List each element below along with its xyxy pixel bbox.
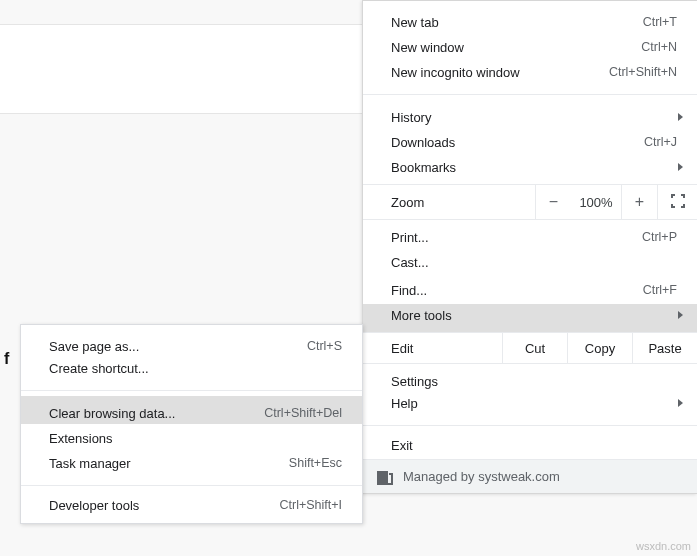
menu-more-tools[interactable]: More tools [363, 304, 697, 332]
edit-label: Edit [363, 341, 502, 356]
menu-shortcut: Ctrl+Shift+I [279, 498, 342, 512]
menu-shortcut: Ctrl+P [642, 230, 677, 244]
submenu-developer-tools[interactable]: Developer tools Ctrl+Shift+I [21, 491, 362, 519]
menu-shortcut: Ctrl+Shift+Del [264, 406, 342, 420]
submenu-clear-browsing-data[interactable]: Clear browsing data... Ctrl+Shift+Del [21, 396, 362, 424]
menu-divider [21, 485, 362, 486]
menu-label: New tab [391, 15, 643, 30]
menu-exit[interactable]: Exit [363, 431, 697, 459]
menu-label: Bookmarks [391, 160, 677, 175]
menu-print[interactable]: Print... Ctrl+P [363, 220, 697, 248]
menu-label: Save page as... [49, 339, 307, 354]
zoom-out-button[interactable]: − [535, 184, 571, 220]
menu-label: Settings [391, 374, 677, 389]
menu-new-window[interactable]: New window Ctrl+N [363, 33, 697, 61]
managed-label: Managed by systweak.com [403, 469, 560, 484]
menu-managed-by[interactable]: Managed by systweak.com [363, 459, 697, 493]
menu-label: Downloads [391, 135, 644, 150]
submenu-task-manager[interactable]: Task manager Shift+Esc [21, 452, 362, 480]
menu-shortcut: Ctrl+J [644, 135, 677, 149]
background-letter: f [4, 350, 9, 368]
zoom-in-button[interactable]: + [621, 184, 657, 220]
chevron-right-icon [678, 163, 683, 171]
menu-divider [363, 94, 697, 95]
menu-zoom-row: Zoom − 100% + [363, 184, 697, 220]
chevron-right-icon [678, 113, 683, 121]
submenu-save-page[interactable]: Save page as... Ctrl+S [21, 329, 362, 357]
menu-shortcut: Ctrl+N [641, 40, 677, 54]
menu-history[interactable]: History [363, 100, 697, 128]
menu-label: More tools [391, 308, 677, 323]
menu-shortcut: Ctrl+T [643, 15, 677, 29]
menu-label: New window [391, 40, 641, 55]
menu-label: Exit [391, 438, 677, 453]
menu-label: Task manager [49, 456, 289, 471]
menu-label: Cast... [391, 255, 677, 270]
menu-label: Create shortcut... [49, 361, 342, 376]
plus-icon: + [635, 193, 644, 211]
cut-button[interactable]: Cut [502, 332, 567, 364]
menu-bookmarks[interactable]: Bookmarks [363, 156, 697, 184]
menu-new-incognito[interactable]: New incognito window Ctrl+Shift+N [363, 61, 697, 89]
menu-shortcut: Ctrl+F [643, 283, 677, 297]
menu-divider [363, 425, 697, 426]
menu-cast[interactable]: Cast... [363, 248, 697, 276]
menu-label: History [391, 110, 677, 125]
submenu-extensions[interactable]: Extensions [21, 424, 362, 452]
menu-label: Extensions [49, 431, 342, 446]
copy-button[interactable]: Copy [567, 332, 632, 364]
chevron-right-icon [678, 399, 683, 407]
menu-shortcut: Ctrl+Shift+N [609, 65, 677, 79]
building-icon [377, 469, 393, 485]
menu-edit-row: Edit Cut Copy Paste [363, 332, 697, 364]
more-tools-submenu: Save page as... Ctrl+S Create shortcut..… [20, 324, 363, 524]
chevron-right-icon [678, 311, 683, 319]
fullscreen-button[interactable] [657, 184, 697, 220]
menu-divider [21, 390, 362, 391]
menu-label: New incognito window [391, 65, 609, 80]
menu-help[interactable]: Help [363, 392, 697, 420]
minus-icon: − [549, 193, 558, 211]
background-content-strip [0, 24, 364, 114]
menu-find[interactable]: Find... Ctrl+F [363, 276, 697, 304]
menu-label: Print... [391, 230, 642, 245]
watermark: wsxdn.com [636, 540, 691, 552]
menu-label: Help [391, 396, 677, 411]
menu-settings[interactable]: Settings [363, 364, 697, 392]
zoom-value: 100% [571, 195, 621, 210]
menu-label: Find... [391, 283, 643, 298]
menu-shortcut: Ctrl+S [307, 339, 342, 353]
menu-downloads[interactable]: Downloads Ctrl+J [363, 128, 697, 156]
paste-button[interactable]: Paste [632, 332, 697, 364]
submenu-create-shortcut[interactable]: Create shortcut... [21, 357, 362, 385]
menu-new-tab[interactable]: New tab Ctrl+T [363, 5, 697, 33]
chrome-main-menu: New tab Ctrl+T New window Ctrl+N New inc… [362, 0, 697, 494]
menu-label: Developer tools [49, 498, 279, 513]
menu-label: Clear browsing data... [49, 406, 264, 421]
fullscreen-icon [670, 193, 686, 212]
menu-shortcut: Shift+Esc [289, 456, 342, 470]
zoom-label: Zoom [363, 195, 535, 210]
